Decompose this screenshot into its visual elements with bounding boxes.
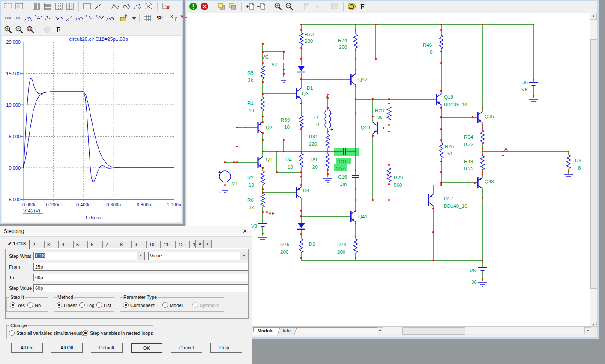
stepping-tab-2[interactable]: 2: <box>30 241 44 249</box>
run-icon[interactable] <box>188 1 199 12</box>
radio-simultaneous[interactable]: Step all variables simultaneously <box>9 330 85 336</box>
tab-info[interactable]: Info <box>278 328 297 335</box>
column-split-icon[interactable] <box>64 1 75 12</box>
x-tick-label: 0.200u <box>46 202 61 207</box>
zoom-in-icon[interactable] <box>3 24 14 35</box>
scroll-right-icon[interactable]: ► <box>584 327 591 334</box>
stepping-tab-13[interactable]: 1 <box>190 241 195 249</box>
stepping-tab-11[interactable]: 11: <box>161 241 175 249</box>
polarity-wave-icon[interactable] <box>143 1 154 12</box>
step-what-combo[interactable]: C18 ▼ <box>33 252 145 260</box>
step-mode-combo[interactable]: Value ▼ <box>148 252 248 260</box>
all-off-button[interactable]: All Off <box>51 343 83 353</box>
plot-area[interactable]: 20.00015.00010.0005.0000.000-5.0000.000u… <box>2 36 181 222</box>
y-autoscale-icon[interactable] <box>179 12 189 24</box>
x-tick-label: 0.600u <box>106 202 121 207</box>
dropdown-icon[interactable]: ▼ <box>137 252 144 260</box>
horizontal-split-icon[interactable] <box>81 1 93 12</box>
radio-no[interactable]: No <box>27 302 41 308</box>
from-input[interactable]: 25p <box>33 263 248 271</box>
plot-legend[interactable]: V(A) (V) <box>23 208 40 213</box>
zoom-in-icon[interactable] <box>273 1 284 12</box>
vertical-stripes-icon[interactable] <box>31 1 42 12</box>
stepping-tab-3[interactable]: 3: <box>44 241 59 249</box>
radio-model[interactable]: Model <box>162 302 183 308</box>
radio-log[interactable]: Log <box>79 302 94 308</box>
stepping-tab-1[interactable]: ✔ 1:C18 <box>5 240 30 249</box>
stepping-tab-9[interactable]: 9: <box>132 241 146 249</box>
svg-text:F: F <box>360 3 365 10</box>
x-tick-label: 0.000u <box>22 202 37 207</box>
cursor-left-icon[interactable] <box>110 1 121 12</box>
branch-dropdown-icon[interactable] <box>129 12 139 24</box>
stepping-tab-10[interactable]: 10: <box>146 241 161 249</box>
default-button[interactable]: Default <box>91 343 123 353</box>
cursor-right-icon[interactable] <box>132 1 143 12</box>
slope-line-icon[interactable] <box>93 1 104 12</box>
stepping-tab-4[interactable]: 4: <box>59 241 73 249</box>
stepping-tab-6[interactable]: 6: <box>88 241 102 249</box>
font-icon[interactable]: F <box>357 1 368 12</box>
go-to-branch-icon[interactable] <box>119 12 129 24</box>
valley-next-icon[interactable] <box>85 12 95 24</box>
cursor-both-icon[interactable] <box>121 1 132 12</box>
add-page-icon[interactable] <box>244 1 255 12</box>
radio-list[interactable]: List <box>96 302 111 308</box>
no-animate-icon[interactable] <box>160 1 171 12</box>
scroll-left-icon[interactable]: ◄ <box>377 327 383 334</box>
remove-page-icon[interactable] <box>255 1 267 12</box>
radio-yes[interactable]: Yes <box>10 302 25 308</box>
cancel-button[interactable]: Cancel <box>171 343 202 353</box>
help-button[interactable]: Help... <box>210 343 242 353</box>
stepping-tab-5[interactable]: 5: <box>73 241 88 249</box>
refresh-icon[interactable] <box>346 1 357 12</box>
dialog-title: Stepping <box>4 228 24 234</box>
tab-models[interactable]: Models <box>252 328 280 335</box>
send-back-icon[interactable] <box>227 1 238 12</box>
zoom-out-icon[interactable] <box>284 1 295 12</box>
global-low-icon[interactable] <box>95 12 105 24</box>
close-icon[interactable]: ✕ <box>243 226 247 236</box>
p-label-icon[interactable]: 'P' <box>156 12 166 24</box>
data-table-icon[interactable] <box>142 12 153 24</box>
high-point-icon[interactable] <box>44 12 54 24</box>
radio-linear[interactable]: Linear <box>57 302 77 308</box>
peak-icon[interactable] <box>23 12 33 24</box>
valley-icon[interactable] <box>33 12 44 24</box>
tab-scroll-left-icon[interactable]: ◄ <box>195 240 204 249</box>
schematic-label-36: 36 <box>522 80 528 85</box>
grid-icon[interactable] <box>14 1 25 12</box>
stepping-tab-8[interactable]: 8: <box>117 241 132 249</box>
global-high-icon[interactable] <box>105 12 116 24</box>
dialog-titlebar[interactable]: Stepping ✕ <box>0 226 252 237</box>
stop-icon[interactable] <box>199 1 210 12</box>
horizontal-stripes-icon[interactable] <box>42 1 53 12</box>
zoom-out-icon[interactable] <box>14 24 25 35</box>
dotted-stripes-icon[interactable] <box>53 1 64 12</box>
radio-nested-loops[interactable]: Step variables in nested loops <box>83 330 153 336</box>
ok-button[interactable]: OK <box>131 343 162 353</box>
zoom-select-icon[interactable] <box>25 24 36 35</box>
segment-icon[interactable] <box>13 12 23 24</box>
vertical-scrollbar[interactable]: ▲ ▼ <box>590 13 597 328</box>
select-area-icon[interactable] <box>3 1 14 12</box>
scroll-up-icon[interactable]: ▲ <box>590 13 597 20</box>
slope-icon[interactable] <box>64 12 75 24</box>
peak-next-icon[interactable] <box>75 12 85 24</box>
stepping-tab-12[interactable]: 12: <box>175 241 190 249</box>
step-value-input[interactable]: 60p <box>33 284 248 292</box>
hscroll-thumb[interactable] <box>402 327 465 335</box>
bring-front-icon[interactable] <box>216 1 227 12</box>
font-icon[interactable]: F <box>53 24 64 35</box>
tab-scroll-right-icon[interactable]: ► <box>204 240 212 249</box>
segment-wide-icon[interactable] <box>3 12 13 24</box>
dropdown-icon[interactable]: ▼ <box>240 252 248 260</box>
x-autoscale-icon[interactable] <box>169 12 179 24</box>
to-input[interactable]: 60p <box>33 274 248 281</box>
stepping-tab-7[interactable]: 7: <box>102 241 117 249</box>
all-on-button[interactable]: All On <box>11 343 43 353</box>
horizontal-scrollbar[interactable]: ◄ ► <box>377 327 591 334</box>
radio-component[interactable]: Component <box>123 302 155 308</box>
low-point-icon[interactable] <box>54 12 64 24</box>
vscroll-thumb[interactable] <box>590 39 597 289</box>
